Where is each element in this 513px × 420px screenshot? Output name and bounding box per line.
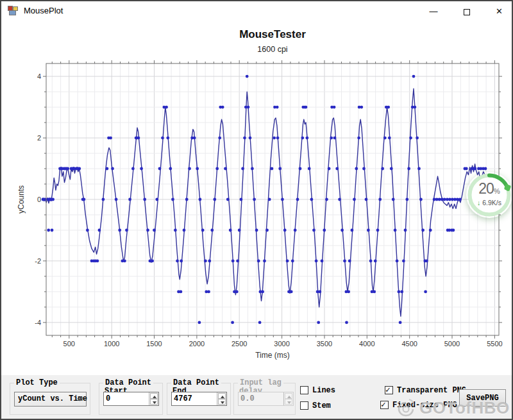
svg-text:2000: 2000 [189, 340, 205, 348]
plot-type-select[interactable]: yCount vs. Time [14, 392, 87, 407]
spinner-down-icon [153, 401, 156, 404]
spinner-down-icon [221, 401, 224, 404]
spinner [283, 392, 293, 405]
svg-text:1000: 1000 [104, 340, 119, 348]
spinner-down-button[interactable] [218, 399, 226, 405]
input-lag-input: 0.0 [238, 392, 294, 406]
svg-text:3500: 3500 [317, 340, 332, 348]
spinner-up-button[interactable] [150, 393, 158, 399]
spinner-up-icon [221, 396, 224, 398]
svg-text:4500: 4500 [401, 340, 417, 348]
chart-canvas: 5001000150020002500300035004000450050005… [1, 1, 513, 375]
progress-percent: 20% [466, 180, 512, 197]
control-strip: Plot Type yCount vs. Time Data Point Sta… [1, 375, 512, 420]
svg-text:5000: 5000 [444, 340, 460, 348]
data-point-end-label1: Data Point [171, 378, 221, 387]
data-point-start-group: Data Point Start 0 [99, 383, 163, 415]
svg-text:500: 500 [63, 340, 75, 348]
spinner [149, 392, 158, 405]
input-lag-value: 0.0 [240, 394, 255, 403]
input-lag-label1: Input lag [238, 378, 283, 387]
spinner-up-button[interactable] [218, 393, 226, 399]
svg-text:4: 4 [37, 72, 41, 80]
down-arrow-icon: ↓ [477, 199, 480, 206]
checkbox-box: ✓ [385, 386, 393, 394]
checkbox-box [300, 386, 308, 394]
spinner-down-button[interactable] [150, 399, 158, 405]
data-point-end-input[interactable]: 4767 [171, 392, 227, 406]
mouseplot-window: MousePlot — ✕ MouseTester 1600 cpi Time … [0, 0, 513, 420]
svg-text:0: 0 [37, 196, 41, 203]
spinner [217, 392, 226, 405]
lines-checkbox-label: Lines [312, 386, 335, 395]
stem-checkbox-label: Stem [312, 401, 331, 410]
transparent-png-checkbox-label: Transparent PNG [397, 386, 466, 395]
download-speed: ↓ 6.9K/s [466, 199, 512, 206]
checkbox-box: ✓ [380, 401, 389, 409]
data-point-end-value: 4767 [174, 394, 192, 403]
download-progress-badge[interactable]: 20% ↓ 6.9K/s [466, 172, 512, 218]
spinner-down-icon [287, 401, 291, 404]
save-png-button[interactable]: SavePNG [459, 389, 506, 407]
check-icon: ✓ [381, 399, 386, 410]
svg-text:4000: 4000 [359, 340, 374, 348]
plot-type-group: Plot Type yCount vs. Time [10, 383, 90, 415]
fixed-size-png-checkbox-label: Fixed-size PNG [392, 401, 457, 410]
svg-text:2: 2 [37, 134, 41, 142]
checkbox-box [300, 401, 308, 410]
data-point-start-label1: Data Point [103, 378, 153, 387]
spinner-up-icon [153, 396, 156, 398]
plot-type-group-label: Plot Type [14, 378, 60, 387]
input-lag-group: Input lag delay 0.0 [233, 383, 296, 415]
svg-text:-4: -4 [35, 319, 41, 326]
data-point-start-input[interactable]: 0 [103, 392, 159, 406]
svg-text:1500: 1500 [146, 340, 162, 348]
chevron-down-icon [77, 398, 83, 401]
svg-text:2500: 2500 [231, 340, 247, 348]
svg-text:3000: 3000 [274, 340, 289, 348]
data-point-end-group: Data Point End 4767 [167, 383, 231, 415]
svg-text:5500: 5500 [487, 340, 502, 348]
spinner-down-button [285, 399, 292, 405]
spinner-up-button [285, 393, 292, 399]
data-point-start-value: 0 [106, 394, 110, 403]
spinner-up-icon [287, 396, 291, 398]
svg-text:-2: -2 [35, 257, 41, 265]
check-icon: ✓ [385, 385, 391, 395]
